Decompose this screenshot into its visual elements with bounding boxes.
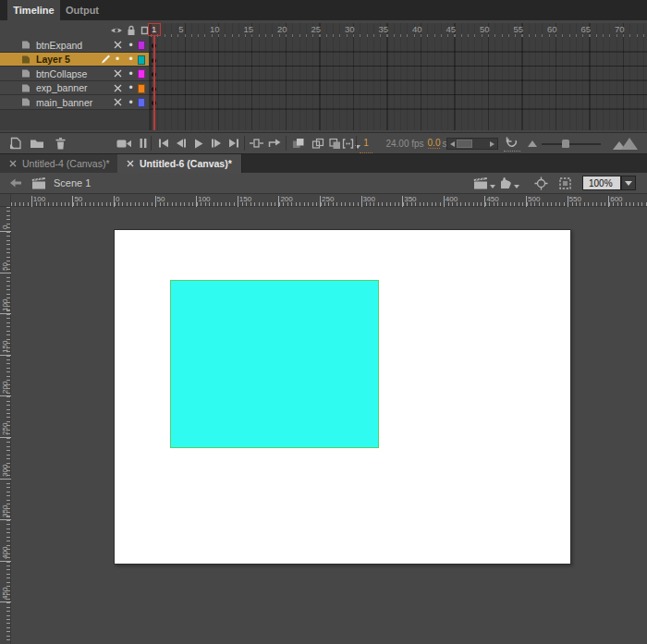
current-frame-field[interactable]: 1 [360,133,372,153]
layer-row-main_banner[interactable]: main_banner • [0,95,647,110]
mountain-icon [621,138,638,150]
onion-skin-button[interactable] [289,133,307,153]
eye-icon[interactable] [109,25,124,36]
playhead-line[interactable] [153,35,155,130]
tab-timeline[interactable]: Timeline [7,0,60,20]
layer-outline-color-swatch[interactable] [138,98,145,107]
clip-content-outside-stage-button[interactable] [558,173,572,193]
play-button[interactable] [190,133,206,153]
elapsed-time-field[interactable]: 0.0 s [426,133,448,153]
ruler-major-tick [568,196,568,207]
close-icon[interactable] [127,160,134,167]
layer-name[interactable]: btnCollapse [36,68,87,79]
layer-outline-color-swatch[interactable] [138,84,145,93]
timeline-zoom-slider[interactable] [542,143,601,145]
layer-hidden-x-icon[interactable] [111,67,124,80]
layer-outline-color-swatch[interactable] [138,69,145,79]
enlarge-timeline-view-button[interactable] [613,138,639,150]
layer-hidden-x-icon[interactable] [111,95,124,109]
layer-page-icon [20,55,31,65]
cyan-rectangle-shape[interactable] [170,280,379,448]
layer-row-exp_banner[interactable]: exp_banner • [0,81,647,96]
vertical-ruler[interactable]: 050100150200250300350400450 [0,207,11,644]
scrollbar-thumb[interactable] [457,140,472,148]
ruler-major-tick [0,479,11,480]
ruler-major-tick [0,561,11,562]
modify-markers-button[interactable] [342,133,360,153]
layer-row-layer5-selected[interactable]: Layer 5 • • [0,53,647,67]
layer-row-btnCollapse[interactable]: btnCollapse • [0,67,647,81]
ruler-label: 200 [1,382,9,394]
timeline-zoom-slider-thumb[interactable] [562,140,569,148]
layer-name[interactable]: btnExpand [36,40,82,51]
layer-unlocked-dot[interactable]: • [125,38,137,52]
doc-tab-untitled-6[interactable]: Untitled-6 (Canvas)* [117,154,242,173]
layer-page-icon [20,97,31,107]
horizontal-ruler[interactable]: 1005005010015020025030035040045050055060… [11,194,647,207]
go-to-last-frame-button[interactable] [226,133,241,153]
loop-playback-button[interactable] [264,133,285,153]
layer-unlocked-dot[interactable]: • [125,81,137,95]
ruler-label: 200 [280,195,292,203]
reset-timeline-zoom-button[interactable] [504,133,520,152]
center-stage-crosshair-button[interactable] [534,173,548,193]
layer-hidden-x-icon[interactable] [111,38,124,52]
close-icon[interactable] [9,160,17,167]
layer-name[interactable]: main_banner [36,97,92,108]
center-frame-button[interactable] [248,133,265,153]
stage[interactable] [114,229,571,565]
back-arrow-button[interactable] [9,173,22,193]
layer-outline-color-swatch[interactable] [138,41,145,50]
scroll-right-arrow-icon[interactable] [490,141,494,147]
timeline-horizontal-scrollbar[interactable] [446,138,498,150]
ruler-major-tick [526,196,527,207]
ruler-major-tick [484,196,485,207]
frame-rate-field[interactable]: 24.00 fps [381,133,429,153]
dropdown-arrow-icon [514,185,519,188]
playhead-frame-marker[interactable] [148,23,161,36]
layer-unlocked-dot[interactable]: • [125,67,137,80]
chevron-down-icon [625,181,632,186]
ruler-major-tick [0,355,11,356]
new-layer-button[interactable] [6,133,24,153]
ruler-label: 150 [1,340,9,352]
layer-outline-color-swatch[interactable] [138,55,145,65]
ruler-major-tick [361,196,362,207]
doc-tab-untitled-4[interactable]: Untitled-4 (Canvas)* [0,154,120,173]
tab-output[interactable]: Output [60,0,104,20]
go-to-first-frame-button[interactable] [155,133,171,153]
ruler-major-tick [31,196,32,207]
ruler-major-tick [0,395,11,396]
step-back-one-frame-button[interactable] [173,133,189,153]
document-tab-bar: Untitled-4 (Canvas)* Untitled-6 (Canvas)… [0,154,647,173]
edit-symbols-button[interactable] [499,173,519,193]
ruler-label: 250 [322,195,334,203]
shrink-timeline-view-button[interactable] [526,133,539,153]
ruler-label: 100 [198,195,210,203]
layer-unlocked-dot[interactable]: • [125,95,137,109]
add-camera-button[interactable] [115,133,133,153]
step-forward-one-frame-button[interactable] [208,133,224,153]
scene-breadcrumb[interactable]: Scene 1 [54,173,91,193]
layer-visible-dot[interactable]: • [111,53,124,67]
zoom-level-field[interactable]: 100% [582,176,621,190]
zoom-dropdown-button[interactable] [621,176,636,190]
ruler-major-tick [278,196,279,207]
layer-hidden-x-icon[interactable] [111,81,124,95]
elapsed-time-value: 0.0 [428,138,441,149]
edit-scene-button[interactable] [473,173,495,193]
layer-name[interactable]: Layer 5 [36,54,70,65]
ruler-label: 350 [404,195,416,203]
layer-unlocked-dot[interactable]: • [125,53,137,67]
ruler-label: 50 [1,262,9,271]
layer-row-btnExpand[interactable]: btnExpand • [0,38,647,53]
scroll-left-arrow-icon[interactable] [450,141,455,147]
onion-skin-outlines-button[interactable] [309,133,326,153]
layer-name[interactable]: exp_banner [36,82,87,93]
edit-multiple-frames-button[interactable] [327,133,343,153]
delete-layer-button[interactable] [51,133,69,153]
pasteboard[interactable] [11,207,647,644]
new-folder-button[interactable] [28,133,46,153]
ruler-label: 50 [157,195,165,203]
show-parenting-view-button[interactable] [137,133,150,153]
